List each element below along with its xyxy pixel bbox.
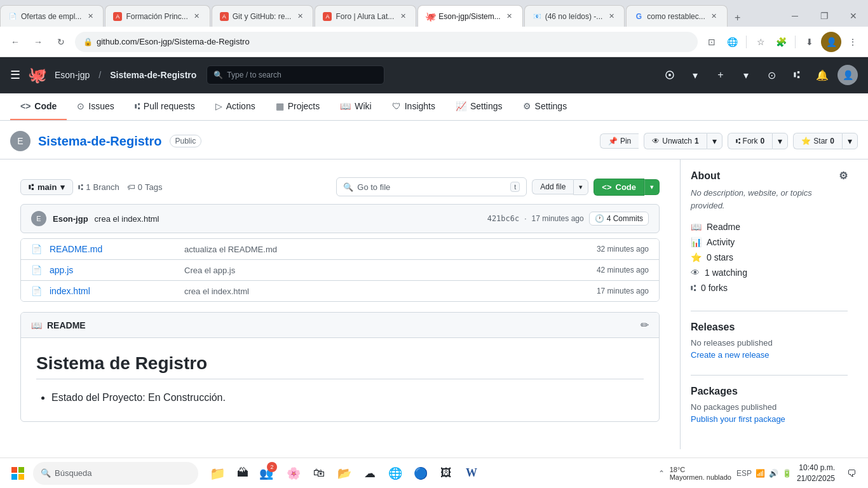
notification-center-icon[interactable]: 🗨 [840, 462, 863, 485]
github-repo-name-link[interactable]: Sistema-de-Registro [110, 70, 196, 80]
battery-icon[interactable]: 🔋 [782, 469, 792, 478]
sidebar-activity-link[interactable]: 📊 Activity [691, 234, 848, 250]
readme-edit-button[interactable]: ✏ [641, 319, 649, 331]
tab-5-close[interactable]: ✕ [505, 11, 515, 22]
taskbar-clock[interactable]: 10:40 p.m. 21/02/2025 [797, 463, 835, 484]
nav-item-issues[interactable]: ⊙ Issues [67, 93, 124, 120]
taskbar-viva-icon[interactable]: 🌸 [282, 462, 305, 485]
nav-item-actions[interactable]: ▷ Actions [205, 93, 266, 120]
about-settings-icon[interactable]: ⚙ [839, 170, 848, 182]
tab-1-close[interactable]: ✕ [85, 11, 95, 22]
chevron-up-icon[interactable]: ⌃ [658, 469, 665, 478]
commit-author-name[interactable]: Eson-jgp [53, 214, 88, 224]
taskbar-word-icon[interactable]: W [460, 462, 483, 485]
copilot-dropdown-icon[interactable]: ▾ [685, 65, 705, 85]
commits-count-button[interactable]: 🕐 4 Commits [589, 212, 649, 226]
github-search-bar[interactable]: 🔍 Type / to search [207, 65, 384, 85]
tab-1[interactable]: 📄 Ofertas de empl... ✕ [0, 5, 104, 27]
add-file-button[interactable]: Add file [532, 179, 573, 194]
taskbar-azure-icon[interactable]: ☁ [358, 462, 381, 485]
nav-item-insights[interactable]: 📈 Settings [445, 93, 513, 120]
hamburger-icon[interactable]: ☰ [10, 68, 20, 82]
github-user-link[interactable]: Eson-jgp [55, 70, 90, 80]
sidebar-forks-link[interactable]: ⑆ 0 forks [691, 280, 848, 295]
extensions-icon[interactable]: 🧩 [772, 33, 790, 51]
cast-icon[interactable]: ⊡ [703, 33, 721, 51]
forward-button[interactable]: → [29, 33, 47, 51]
translate-icon[interactable]: 🌐 [723, 33, 741, 51]
tag-count-link[interactable]: 🏷 0 Tags [127, 182, 163, 192]
sidebar-packages-link[interactable]: Publish your first package [691, 414, 848, 424]
wifi-icon[interactable]: 📶 [756, 469, 765, 478]
branch-selector[interactable]: ⑆ main ▾ [20, 179, 73, 195]
tab-7[interactable]: G como restablec... ✕ [626, 5, 727, 27]
tab-7-close[interactable]: ✕ [709, 11, 719, 22]
taskbar-explorer-icon[interactable]: 📂 [333, 462, 356, 485]
copilot-icon[interactable] [660, 65, 680, 85]
code-button[interactable]: <> Code [593, 179, 644, 196]
tab-2[interactable]: A Formación Princ... ✕ [105, 5, 210, 27]
tab-3-close[interactable]: ✕ [295, 11, 305, 22]
tab-2-close[interactable]: ✕ [192, 11, 202, 22]
tab-6-close[interactable]: ✕ [606, 11, 616, 22]
fork-dropdown[interactable]: ▾ [772, 133, 788, 149]
close-button[interactable]: ✕ [839, 5, 868, 27]
restore-button[interactable]: ❐ [810, 5, 839, 27]
taskbar-search[interactable]: 🔍 Búsqueda [33, 462, 198, 485]
sidebar-readme-link[interactable]: 📖 Readme [691, 219, 848, 234]
create-new-dropdown-icon[interactable]: ▾ [736, 65, 756, 85]
github-search[interactable]: 🔍 Type / to search [207, 65, 384, 85]
reload-button[interactable]: ↻ [52, 33, 70, 51]
tab-5-active[interactable]: 🐙 Eson-jgp/Sistem... ✕ [417, 5, 522, 27]
tab-4-close[interactable]: ✕ [398, 11, 408, 22]
sidebar-releases-link[interactable]: Create a new release [691, 350, 848, 360]
indexhtml-file-name[interactable]: index.html [50, 286, 177, 296]
taskbar-files-icon[interactable]: 📁 [206, 462, 229, 485]
taskbar-teams-icon[interactable]: 👥 2 [257, 462, 280, 485]
branch-count-link[interactable]: ⑆ 1 Branch [78, 182, 119, 192]
start-button[interactable] [5, 461, 31, 486]
taskbar-chrome-icon[interactable]: 🔵 [409, 462, 432, 485]
taskbar-task-icon[interactable]: 🏔 [231, 462, 254, 485]
bookmark-icon[interactable]: ☆ [752, 33, 770, 51]
commit-message[interactable]: crea el index.html [95, 214, 159, 224]
tab-6[interactable]: 📧 (46 no leídos) -... ✕ [524, 5, 625, 27]
pull-requests-icon[interactable]: ⑆ [787, 65, 807, 85]
nav-item-projects[interactable]: ▦ Projects [266, 93, 330, 120]
nav-item-code[interactable]: <> Code [10, 93, 67, 120]
back-button[interactable]: ← [6, 33, 24, 51]
profile-avatar[interactable]: 👤 [821, 32, 841, 52]
taskbar-store-icon[interactable]: 🛍 [308, 462, 330, 485]
notifications-icon[interactable]: 🔔 [812, 65, 832, 85]
taskbar-edge-icon[interactable]: 🌐 [384, 462, 407, 485]
menu-icon[interactable]: ⋮ [844, 33, 862, 51]
repo-title[interactable]: Sistema-de-Registro [38, 134, 162, 149]
appjs-file-name[interactable]: app.js [50, 265, 177, 275]
unwatch-button[interactable]: 👁 Unwatch 1 [644, 133, 706, 149]
unwatch-dropdown[interactable]: ▾ [707, 133, 722, 149]
add-file-dropdown[interactable]: ▾ [573, 179, 588, 195]
star-dropdown[interactable]: ▾ [842, 133, 858, 149]
nav-item-wiki[interactable]: 📖 Wiki [330, 93, 381, 120]
issues-icon[interactable]: ⊙ [761, 65, 782, 85]
minimize-button[interactable]: ─ [780, 5, 810, 27]
sidebar-watching-link[interactable]: 👁 1 watching [691, 265, 848, 280]
tab-4[interactable]: A Foro | Alura Lat... ✕ [315, 5, 416, 27]
user-avatar[interactable]: 👤 [837, 65, 858, 85]
new-tab-button[interactable]: + [729, 9, 747, 27]
volume-icon[interactable]: 🔊 [769, 469, 778, 478]
star-button[interactable]: ⭐ Star 0 [793, 133, 842, 149]
nav-item-security[interactable]: 🛡 Insights [382, 93, 445, 120]
download-icon[interactable]: ⬇ [801, 33, 818, 51]
create-new-icon[interactable]: + [710, 65, 731, 85]
tab-3[interactable]: A Git y GitHub: re... ✕ [212, 5, 314, 27]
fork-button[interactable]: ⑆ Fork 0 [728, 133, 773, 149]
sidebar-stars-link[interactable]: ⭐ 0 stars [691, 250, 848, 265]
nav-item-pull-requests[interactable]: ⑆ Pull requests [125, 93, 205, 120]
address-bar[interactable]: 🔒 github.com/Eson-jgp/Sistema-de-Registr… [75, 32, 698, 52]
pin-button[interactable]: 📌 Pin [600, 133, 639, 149]
weather-widget[interactable]: 18°C Mayormen. nublado [670, 466, 731, 481]
readme-file-name[interactable]: README.md [50, 244, 177, 254]
nav-item-settings[interactable]: ⚙ Settings [513, 93, 578, 120]
code-dropdown[interactable]: ▾ [644, 179, 660, 195]
